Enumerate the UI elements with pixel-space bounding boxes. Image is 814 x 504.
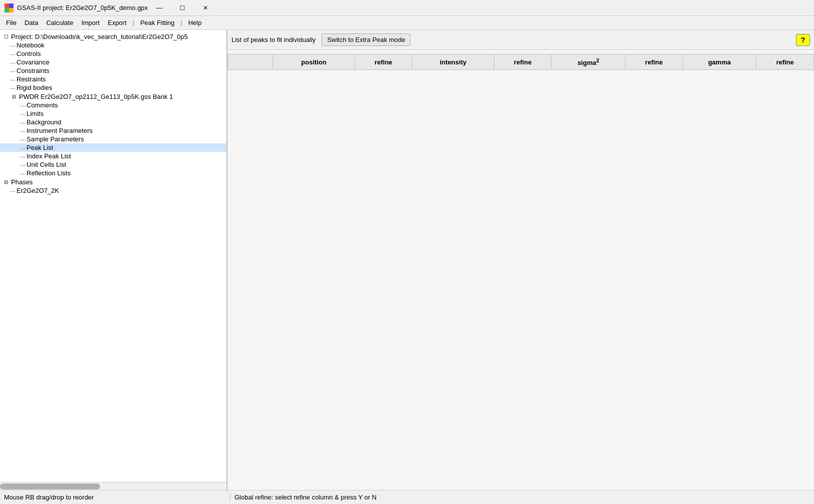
menu-peak-fitting[interactable]: Peak Fitting (136, 17, 178, 28)
menu-export[interactable]: Export (104, 17, 130, 28)
sidebar-item-label: Reflection Lists (26, 169, 70, 177)
app-icon (4, 3, 14, 13)
sidebar-item-rigid-bodies[interactable]: — Rigid bodies (0, 83, 226, 92)
menu-bar: File Data Calculate Import Export | Peak… (0, 16, 814, 30)
expand-icon-phases: ⊟ (2, 178, 10, 186)
col-header-position[interactable]: position (273, 54, 355, 70)
menu-calculate[interactable]: Calculate (42, 17, 77, 28)
sidebar-item-label: Comments (26, 101, 58, 109)
connector: — (10, 42, 16, 48)
peaks-table-area: position refine intensity refine sigma2 … (228, 50, 814, 490)
sidebar-item-reflection-lists[interactable]: — Reflection Lists (0, 169, 226, 177)
menu-separator-1: | (130, 19, 136, 26)
list-label: List of peaks to fit individually (232, 36, 316, 43)
svg-rect-3 (9, 8, 14, 12)
col-header-refine4[interactable]: refine (756, 54, 814, 70)
sidebar-item-restraints[interactable]: — Restraints (0, 75, 226, 83)
sidebar-item-label: Limits (26, 110, 44, 117)
connector: — (20, 153, 26, 159)
right-panel: List of peaks to fit individually Switch… (228, 30, 814, 490)
sidebar-item-label: Instrument Parameters (26, 127, 92, 134)
sidebar-item-label: Controls (16, 50, 40, 57)
sidebar-item-label: Phases (11, 178, 32, 186)
connector: — (20, 128, 26, 134)
sidebar-item-background[interactable]: — Background (0, 118, 226, 126)
sidebar-item-peak-list[interactable]: — Peak List (0, 143, 226, 152)
menu-file[interactable]: File (2, 17, 20, 28)
connector: — (10, 51, 16, 57)
sidebar-item-label: Background (26, 118, 61, 126)
connector: — (20, 119, 26, 125)
col-header-sigma2[interactable]: sigma2 (552, 54, 626, 70)
expand-icon-project: ☐ (2, 32, 10, 40)
sidebar-item-pwdr[interactable]: ⊟ PWDR Er2Ge2O7_op2112_Ge113_0p5K.gss Ba… (0, 92, 226, 101)
sidebar-item-limits[interactable]: — Limits (0, 109, 226, 118)
menu-data[interactable]: Data (20, 17, 42, 28)
svg-rect-0 (4, 3, 9, 8)
peaks-table: position refine intensity refine sigma2 … (228, 54, 814, 70)
connector: — (10, 76, 16, 82)
connector: — (20, 136, 26, 142)
sidebar-scrollbar-thumb[interactable] (0, 484, 100, 490)
sidebar-item-label: Unit Cells List (26, 161, 66, 168)
connector: — (10, 85, 16, 91)
col-header-refine2[interactable]: refine (494, 54, 552, 70)
sidebar-item-constraints[interactable]: — Constraints (0, 66, 226, 75)
sidebar-item-instrument-params[interactable]: — Instrument Parameters (0, 126, 226, 135)
col-header-intensity[interactable]: intensity (412, 54, 494, 70)
sidebar-item-er2ge2o7-2k[interactable]: — Er2Ge2O7_2K (0, 186, 226, 195)
connector: — (10, 188, 16, 194)
sidebar-item-notebook[interactable]: — Notebook (0, 41, 226, 49)
sidebar-horizontal-scrollbar[interactable] (0, 482, 226, 490)
status-left: Mouse RB drag/drop to reorder (4, 494, 230, 501)
col-header-refine1[interactable]: refine (355, 54, 412, 70)
sidebar-item-unit-cells-list[interactable]: — Unit Cells List (0, 160, 226, 169)
sidebar-item-label: Peak List (26, 144, 53, 151)
sidebar-item-label: Covariance (16, 58, 50, 66)
connector: — (10, 59, 16, 65)
maximize-button[interactable]: ☐ (171, 0, 194, 16)
sidebar-item-phases[interactable]: ⊟ Phases (0, 177, 226, 186)
sidebar-item-comments[interactable]: — Comments (0, 101, 226, 109)
connector: — (20, 170, 26, 176)
sidebar-item-label: Sample Parameters (26, 135, 84, 143)
sidebar-item-label: Er2Ge2O7_2K (16, 187, 59, 194)
status-bar: Mouse RB drag/drop to reorder Global ref… (0, 490, 814, 504)
col-header-gamma[interactable]: gamma (682, 54, 756, 70)
sidebar-item-label: Restraints (16, 75, 46, 83)
main-content: ☐ Project: D:\Downloads\k_vec_search_tut… (0, 30, 814, 490)
menu-import[interactable]: Import (78, 17, 104, 28)
right-toolbar: List of peaks to fit individually Switch… (228, 30, 814, 50)
sidebar-item-label: Notebook (16, 41, 44, 49)
sidebar-item-covariance[interactable]: — Covariance (0, 58, 226, 66)
table-header-row: position refine intensity refine sigma2 … (228, 54, 814, 70)
sidebar-item-label: Constraints (16, 67, 50, 74)
sidebar-item-index-peak-list[interactable]: — Index Peak List (0, 152, 226, 160)
connector: — (20, 145, 26, 151)
sidebar-item-project-root[interactable]: ☐ Project: D:\Downloads\k_vec_search_tut… (0, 32, 226, 41)
col-header-refine3[interactable]: refine (625, 54, 682, 70)
sidebar-item-label: Project: D:\Downloads\k_vec_search_tutor… (11, 33, 188, 40)
expand-icon-pwdr: ⊟ (10, 92, 18, 100)
window-controls: — ☐ ✕ (148, 0, 217, 16)
title-bar: GSAS-II project: Er2Ge2O7_0p5K_demo.gpx … (0, 0, 814, 16)
menu-separator-2: | (178, 19, 184, 26)
help-button[interactable]: ? (796, 34, 810, 46)
sidebar: ☐ Project: D:\Downloads\k_vec_search_tut… (0, 30, 228, 490)
menu-help[interactable]: Help (184, 17, 206, 28)
sidebar-item-controls[interactable]: — Controls (0, 49, 226, 58)
sidebar-item-label: PWDR Er2Ge2O7_op2112_Ge113_0p5K.gss Bank… (19, 93, 173, 100)
minimize-button[interactable]: — (148, 0, 171, 16)
window-title: GSAS-II project: Er2Ge2O7_0p5K_demo.gpx (17, 4, 148, 11)
sidebar-item-label: Rigid bodies (16, 84, 52, 91)
close-button[interactable]: ✕ (194, 0, 217, 16)
sidebar-item-sample-params[interactable]: — Sample Parameters (0, 135, 226, 143)
connector: — (20, 102, 26, 108)
connector: — (10, 68, 16, 74)
tree-container[interactable]: ☐ Project: D:\Downloads\k_vec_search_tut… (0, 30, 226, 482)
col-header-row-num[interactable] (228, 54, 273, 70)
extra-peak-mode-button[interactable]: Switch to Extra Peak mode (322, 33, 410, 46)
connector: — (20, 162, 26, 168)
svg-rect-2 (4, 8, 9, 12)
status-right: Global refine: select refine column & pr… (230, 494, 376, 501)
